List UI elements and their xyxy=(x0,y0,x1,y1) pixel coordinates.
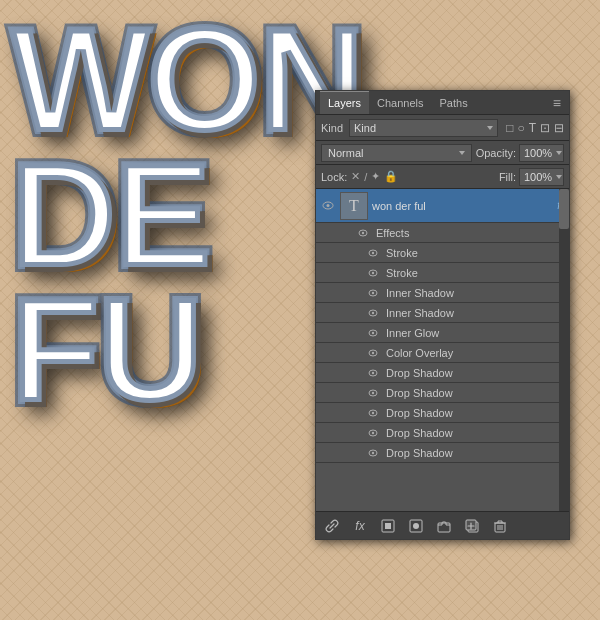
effects-visibility-icon[interactable] xyxy=(356,226,370,240)
kind-bar: Kind Kind □ ○ T ⊡ ⊟ xyxy=(316,115,569,141)
filter-type-icon[interactable]: T xyxy=(529,121,536,135)
layer-visibility-icon[interactable] xyxy=(320,198,336,214)
svg-point-19 xyxy=(372,391,374,393)
layer-name: won der ful xyxy=(372,200,553,212)
lock-image-icon[interactable]: / xyxy=(364,171,367,183)
kind-dropdown[interactable]: Kind xyxy=(349,119,498,137)
layer-thumbnail: T xyxy=(340,192,368,220)
stroke1-visibility-icon[interactable] xyxy=(366,246,380,260)
svg-point-29 xyxy=(413,523,419,529)
svg-point-23 xyxy=(372,431,374,433)
opacity-input[interactable]: 100% xyxy=(519,144,564,162)
dropshadow3-label: Drop Shadow xyxy=(386,407,453,419)
canvas-text: W O N D E F U xyxy=(10,5,362,425)
filter-pixel-icon[interactable]: □ xyxy=(506,121,513,135)
dropshadow4-visibility-icon[interactable] xyxy=(366,426,380,440)
dropshadow1-label: Drop Shadow xyxy=(386,367,453,379)
svg-point-5 xyxy=(372,251,374,253)
lock-label: Lock: xyxy=(321,171,347,183)
effect-drop-shadow-2[interactable]: Drop Shadow xyxy=(316,383,569,403)
svg-point-13 xyxy=(372,331,374,333)
layers-list: T won der ful fx Effects Stroke Stroke xyxy=(316,189,569,511)
svg-point-3 xyxy=(362,231,364,233)
filter-adjust-icon[interactable]: ○ xyxy=(517,121,524,135)
lock-bar: Lock: ✕ / ✦ 🔒 Fill: 100% xyxy=(316,165,569,189)
layers-panel: Layers Channels Paths ≡ Kind Kind □ ○ T … xyxy=(315,90,570,540)
effect-inner-shadow-1[interactable]: Inner Shadow xyxy=(316,283,569,303)
new-group-icon[interactable] xyxy=(434,516,454,536)
stroke2-label: Stroke xyxy=(386,267,418,279)
panel-menu-icon[interactable]: ≡ xyxy=(549,95,565,111)
new-layer-icon[interactable] xyxy=(462,516,482,536)
fill-input[interactable]: 100% xyxy=(519,168,564,186)
coloroverlay-visibility-icon[interactable] xyxy=(366,346,380,360)
scrollbar-track[interactable] xyxy=(559,189,569,511)
panel-tabs: Layers Channels Paths ≡ xyxy=(316,91,569,115)
fill-chevron-icon xyxy=(556,175,562,179)
fill-group: Fill: 100% xyxy=(499,168,564,186)
svg-rect-30 xyxy=(438,523,450,532)
kind-label: Kind xyxy=(321,122,343,134)
dropshadow3-visibility-icon[interactable] xyxy=(366,406,380,420)
tab-channels[interactable]: Channels xyxy=(369,91,431,114)
new-layer-mask-icon[interactable] xyxy=(406,516,426,536)
svg-rect-27 xyxy=(385,523,391,529)
scrollbar-thumb[interactable] xyxy=(559,189,569,229)
blend-bar: Normal Opacity: 100% xyxy=(316,141,569,165)
effect-drop-shadow-4[interactable]: Drop Shadow xyxy=(316,423,569,443)
svg-point-11 xyxy=(372,311,374,313)
svg-point-25 xyxy=(372,451,374,453)
effect-stroke-2[interactable]: Stroke xyxy=(316,263,569,283)
lock-transparent-icon[interactable]: ✕ xyxy=(351,170,360,183)
effects-header[interactable]: Effects xyxy=(316,223,569,243)
blend-chevron-icon xyxy=(459,151,465,155)
effect-inner-glow[interactable]: Inner Glow xyxy=(316,323,569,343)
effect-drop-shadow-1[interactable]: Drop Shadow xyxy=(316,363,569,383)
effects-label: Effects xyxy=(376,227,409,239)
layer-item-wonderul[interactable]: T won der ful fx xyxy=(316,189,569,223)
blend-mode-dropdown[interactable]: Normal xyxy=(321,144,472,162)
dropshadow4-label: Drop Shadow xyxy=(386,427,453,439)
coloroverlay-label: Color Overlay xyxy=(386,347,453,359)
stroke1-label: Stroke xyxy=(386,247,418,259)
svg-point-21 xyxy=(372,411,374,413)
fx-icon[interactable]: fx xyxy=(350,516,370,536)
effect-color-overlay[interactable]: Color Overlay xyxy=(316,343,569,363)
tab-paths[interactable]: Paths xyxy=(432,91,476,114)
fill-value: 100% xyxy=(524,171,552,183)
svg-point-7 xyxy=(372,271,374,273)
filter-shape-icon[interactable]: ⊡ xyxy=(540,121,550,135)
effect-drop-shadow-3[interactable]: Drop Shadow xyxy=(316,403,569,423)
effect-inner-shadow-2[interactable]: Inner Shadow xyxy=(316,303,569,323)
panel-bottom-bar: fx xyxy=(316,511,569,539)
effect-stroke-1[interactable]: Stroke xyxy=(316,243,569,263)
stroke2-visibility-icon[interactable] xyxy=(366,266,380,280)
dropshadow2-visibility-icon[interactable] xyxy=(366,386,380,400)
svg-point-15 xyxy=(372,351,374,353)
new-fill-layer-icon[interactable] xyxy=(378,516,398,536)
innerglow-label: Inner Glow xyxy=(386,327,439,339)
kind-chevron-icon xyxy=(487,126,493,130)
filter-smart-icon[interactable]: ⊟ xyxy=(554,121,564,135)
opacity-chevron-icon xyxy=(556,151,562,155)
effect-drop-shadow-5[interactable]: Drop Shadow xyxy=(316,443,569,463)
link-icon[interactable] xyxy=(322,516,342,536)
svg-point-1 xyxy=(327,204,330,207)
svg-point-17 xyxy=(372,371,374,373)
opacity-group: Opacity: 100% xyxy=(476,144,564,162)
lock-position-icon[interactable]: ✦ xyxy=(371,170,380,183)
dropshadow5-visibility-icon[interactable] xyxy=(366,446,380,460)
blend-mode-value: Normal xyxy=(328,147,363,159)
tab-layers[interactable]: Layers xyxy=(320,91,369,114)
dropshadow1-visibility-icon[interactable] xyxy=(366,366,380,380)
innershadow2-label: Inner Shadow xyxy=(386,307,454,319)
dropshadow5-label: Drop Shadow xyxy=(386,447,453,459)
innershadow1-visibility-icon[interactable] xyxy=(366,286,380,300)
delete-layer-icon[interactable] xyxy=(490,516,510,536)
innershadow1-label: Inner Shadow xyxy=(386,287,454,299)
innershadow2-visibility-icon[interactable] xyxy=(366,306,380,320)
opacity-label: Opacity: xyxy=(476,147,516,159)
innerglow-visibility-icon[interactable] xyxy=(366,326,380,340)
lock-all-icon[interactable]: 🔒 xyxy=(384,170,398,183)
dropshadow2-label: Drop Shadow xyxy=(386,387,453,399)
